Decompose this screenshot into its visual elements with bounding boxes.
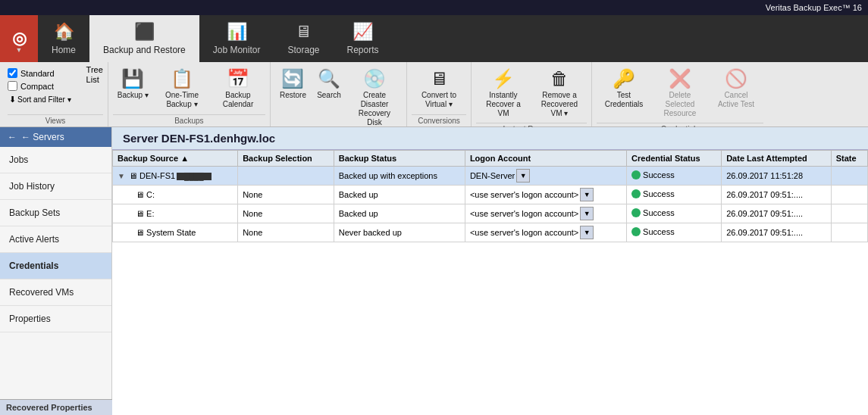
cell-source: 🖥 System State (113, 223, 238, 242)
backups-group-label: Backups (113, 114, 265, 126)
logon-dropdown[interactable]: ▼ (516, 169, 530, 183)
compact-checkbox[interactable] (8, 81, 17, 91)
nav-storage[interactable]: 🖥 Storage (274, 15, 333, 62)
sidebar-item-active-alerts[interactable]: Active Alerts (0, 226, 111, 253)
views-group-label: Views (8, 114, 103, 126)
server-icon: 🖥 (129, 171, 137, 180)
remove-recovered-vm-button[interactable]: 🗑 Remove a Recovered VM ▾ (532, 65, 587, 121)
nav-backup-restore[interactable]: ⬛ Backup and Restore (89, 15, 199, 62)
table-row[interactable]: 🖥 E: None Backed up <use server's logon … (113, 204, 868, 223)
sidebar-item-credentials[interactable]: Credentials (0, 253, 111, 279)
logon-dropdown[interactable]: ▼ (580, 207, 594, 220)
delete-selected-resource-button[interactable]: ❌ Delete Selected Resource (653, 65, 707, 121)
dr-disk-icon: 💿 (363, 68, 386, 89)
recovered-properties-panel: Recovered Properties (0, 399, 112, 415)
create-dr-disk-button[interactable]: 💿 Create Disaster Recovery Disk (347, 65, 402, 130)
cell-state (831, 186, 867, 204)
ribbon-group-conversions: 🖥 Convert to Virtual ▾ Conversions (407, 62, 472, 126)
nav-job-monitor[interactable]: 📊 Job Monitor (199, 15, 274, 62)
tree-option[interactable]: Tree (86, 65, 103, 74)
table-row[interactable]: ▼ 🖥 DEN-FS1████ Backed up with exception… (113, 167, 868, 186)
restore-button[interactable]: 🔄 Restore (275, 65, 311, 103)
status-dot (631, 170, 641, 179)
cell-cred-status: Success (627, 223, 722, 242)
col-state[interactable]: State (831, 151, 867, 167)
nav-reports[interactable]: 📈 Reports (333, 15, 392, 62)
compact-checkbox-label[interactable]: Compact (8, 81, 73, 91)
cell-state (831, 167, 867, 186)
cell-logon: <use server's logon account> ▼ (465, 186, 626, 204)
cancel-active-test-button[interactable]: 🚫 Cancel Active Test (709, 65, 763, 112)
status-dot (631, 189, 641, 198)
table-row[interactable]: 🖥 C: None Backed up <use server's logon … (113, 186, 868, 204)
standard-checkbox-label[interactable]: Standard (8, 68, 73, 78)
logon-dropdown[interactable]: ▼ (580, 226, 594, 239)
cell-date: 26.09.2017 11:51:28 (722, 167, 832, 186)
sidebar-item-jobs[interactable]: Jobs (0, 147, 111, 173)
backup-button[interactable]: 💾 Backup ▾ (113, 65, 153, 103)
sort-filter-button[interactable]: ⬇ Sort and Filter ▾ (8, 94, 73, 105)
cell-logon: <use server's logon account> ▼ (465, 204, 626, 223)
sidebar-item-properties[interactable]: Properties (0, 306, 111, 332)
filter-icon: ⬇ (9, 95, 16, 105)
search-icon: 🔍 (318, 68, 340, 89)
nav-home[interactable]: 🏠 Home (38, 15, 89, 62)
app-logo: ◎ ▼ (0, 15, 38, 62)
sidebar-item-job-history[interactable]: Job History (0, 173, 111, 200)
search-button[interactable]: 🔍 Search (312, 65, 346, 103)
drive-icon: 🖥 (136, 209, 144, 218)
expand-icon[interactable]: ▼ (118, 172, 125, 180)
test-credentials-button[interactable]: 🔑 Test Credentials (597, 65, 651, 112)
cell-status: Backed up (334, 204, 465, 223)
sidebar-item-recovered-vms[interactable]: Recovered VMs (0, 279, 111, 306)
ribbon: Standard Compact ⬇ Sort and Filter ▾ Tre… (0, 62, 868, 127)
sidebar-item-backup-sets[interactable]: Backup Sets (0, 200, 111, 226)
servers-button[interactable]: ← ← Servers (0, 127, 111, 147)
col-logon-account[interactable]: Logon Account (465, 151, 626, 167)
app-title: Veritas Backup Exec™ 16 (766, 3, 862, 12)
backup-calendar-button[interactable]: 📅 Backup Calendar (211, 65, 265, 112)
cred-status-text: Success (643, 170, 675, 179)
ribbon-group-restores: 🔄 Restore 🔍 Search 💿 Create Disaster Rec… (271, 62, 407, 126)
col-backup-status[interactable]: Backup Status (334, 151, 465, 167)
job-monitor-icon: 📊 (227, 22, 247, 42)
credentials-table: Backup Source ▲ Backup Selection Backup … (112, 150, 868, 242)
table-row[interactable]: 🖥 System State None Never backed up <use… (113, 223, 868, 242)
cancel-test-icon: 🚫 (725, 68, 747, 89)
ribbon-group-instant-recovery: ⚡ Instantly Recover a VM 🗑 Remove a Reco… (472, 62, 592, 126)
backup-icon: 💾 (121, 68, 144, 89)
standard-checkbox[interactable] (8, 68, 17, 78)
nav-storage-label: Storage (287, 45, 319, 55)
logon-dropdown[interactable]: ▼ (580, 188, 594, 201)
col-backup-source[interactable]: Backup Source ▲ (113, 151, 238, 167)
sidebar: ← ← Servers Jobs Job History Backup Sets… (0, 127, 112, 415)
arrow-left-icon: ← (8, 132, 17, 142)
recovered-properties-label: Recovered Properties (6, 403, 92, 412)
cred-status-text: Success (643, 227, 675, 236)
col-date-last-attempted[interactable]: Date Last Attempted (722, 151, 832, 167)
col-credential-status[interactable]: Credential Status (627, 151, 722, 167)
instantly-recover-vm-button[interactable]: ⚡ Instantly Recover a VM (476, 65, 531, 121)
convert-to-virtual-button[interactable]: 🖥 Convert to Virtual ▾ (412, 65, 466, 112)
conversions-group-label: Conversions (412, 114, 466, 126)
compact-label: Compact (20, 82, 54, 91)
one-time-backup-button[interactable]: 📋 One-Time Backup ▾ (155, 65, 209, 112)
cell-source: 🖥 E: (113, 204, 238, 223)
backup-restore-icon: ⬛ (134, 22, 155, 42)
cell-date: 26.09.2017 09:51:.... (722, 204, 832, 223)
app-body: ← ← Servers Jobs Job History Backup Sets… (0, 127, 868, 415)
list-option[interactable]: List (86, 75, 103, 84)
cell-status: Backed up (334, 186, 465, 204)
cell-logon: DEN-Server ▼ (465, 167, 626, 186)
one-time-backup-icon: 📋 (171, 68, 193, 89)
active-alerts-label: Active Alerts (9, 234, 59, 245)
cred-status-text: Success (643, 208, 675, 217)
nav-reports-label: Reports (346, 45, 378, 55)
jobs-label: Jobs (9, 154, 28, 165)
cell-cred-status: Success (627, 204, 722, 223)
col-backup-selection[interactable]: Backup Selection (238, 151, 334, 167)
title-bar: Veritas Backup Exec™ 16 (0, 0, 868, 15)
restore-icon: 🔄 (281, 68, 304, 89)
cell-cred-status: Success (627, 186, 722, 204)
cell-date: 26.09.2017 09:51:.... (722, 223, 832, 242)
